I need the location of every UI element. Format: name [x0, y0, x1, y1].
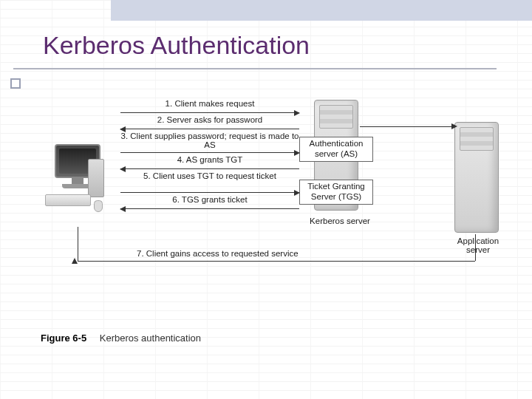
kerberos-diagram: Authentication server (AS) Ticket Granti… [41, 100, 514, 321]
arrowhead-kerberos-to-app [451, 123, 457, 129]
monitor-stand [72, 178, 83, 184]
template-top-accent [111, 0, 532, 21]
keyboard-icon [45, 194, 91, 206]
mouse-icon [94, 200, 103, 212]
figure-caption: Figure 6-5 Kerberos authentication [41, 332, 201, 344]
arrow-kerberos-to-app [360, 126, 453, 127]
step-1: 1. Client makes request [120, 98, 299, 115]
slide-title: Kerberos Authentication [43, 31, 310, 60]
client-workstation-icon [41, 144, 115, 225]
pc-tower-icon [88, 159, 104, 197]
step-4-text: 4. AS grants TGT [177, 155, 243, 164]
slide: Kerberos Authentication Authentication s… [0, 0, 532, 399]
label-as: Authentication server (AS) [299, 137, 373, 162]
figure-caption-text: Kerberos authentication [100, 332, 201, 344]
step-3-text: 3. Client supplies password; request is … [121, 132, 299, 149]
title-underline [13, 68, 497, 69]
step-3: 3. Client supplies password; request is … [120, 131, 299, 154]
label-kerberos-server: Kerberos server [307, 216, 373, 225]
arrow7-seg-a [475, 234, 476, 261]
step-4: 4. AS grants TGT [120, 154, 299, 171]
arrow7-seg-c [78, 227, 78, 261]
figure-number: Figure 6-5 [41, 332, 86, 344]
step-2: 2. Server asks for password [120, 115, 299, 131]
step-6: 6. TGS grants ticket [120, 194, 299, 211]
auth-step-arrows: 1. Client makes request 2. Server asks f… [120, 98, 299, 211]
step-2-text: 2. Server asks for password [157, 115, 263, 124]
label-application-server: Application server [449, 236, 508, 254]
template-square-icon [10, 78, 21, 89]
application-server-icon [454, 122, 499, 233]
arrow7-seg-b [78, 261, 475, 262]
step-6-text: 6. TGS grants ticket [172, 195, 247, 204]
arrowhead-step7 [72, 258, 78, 264]
step-7-text: 7. Client gains access to requested serv… [137, 249, 299, 258]
label-tgs: Ticket Granting Server (TGS) [299, 180, 373, 205]
step-1-text: 1. Client makes request [166, 99, 255, 108]
step-5: 5. Client uses TGT to request ticket [120, 171, 299, 194]
step-5-text: 5. Client uses TGT to request ticket [143, 171, 276, 180]
